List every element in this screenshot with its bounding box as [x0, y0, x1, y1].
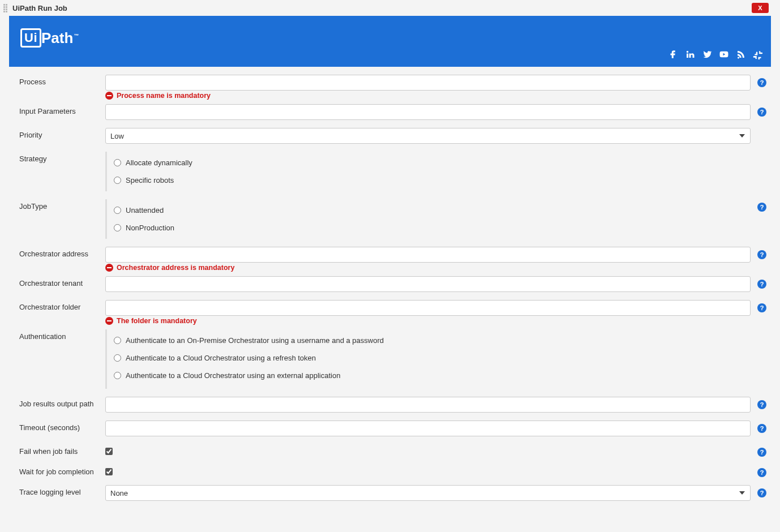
error-icon: [105, 317, 113, 325]
results-path-input[interactable]: [105, 397, 751, 413]
auth-option-external[interactable]: Authenticate to a Cloud Orchestrator usi…: [126, 371, 340, 380]
input-params-input[interactable]: [105, 104, 751, 120]
fail-label: Fail when job fails: [19, 444, 105, 456]
fail-checkbox[interactable]: [105, 448, 113, 455]
strategy-option-dynamic[interactable]: Allocate dynamically: [126, 158, 192, 167]
error-icon: [105, 92, 113, 100]
auth-radio-refresh[interactable]: [114, 354, 121, 362]
logo-text: Path™: [41, 29, 79, 47]
trace-select[interactable]: None: [105, 485, 751, 501]
orch-address-error: Orchestrator address is mandatory: [105, 264, 771, 272]
jobtype-label: JobType: [19, 199, 105, 211]
uipath-logo: Ui Path™: [20, 28, 79, 48]
strategy-radio-specific[interactable]: [114, 177, 121, 184]
error-icon: [105, 264, 113, 272]
drag-handle-icon[interactable]: [3, 4, 9, 12]
social-icons: [668, 49, 763, 61]
process-label: Process: [19, 75, 105, 86]
strategy-label: Strategy: [19, 152, 105, 163]
twitter-icon[interactable]: [702, 49, 712, 61]
window-title: UiPath Run Job: [12, 4, 67, 12]
jobtype-radio-unattended[interactable]: [114, 207, 121, 214]
wait-label: Wait for job completion: [19, 465, 105, 476]
help-icon[interactable]: ?: [757, 203, 766, 212]
jobtype-option-nonprod[interactable]: NonProduction: [126, 224, 174, 232]
help-icon[interactable]: ?: [757, 468, 766, 477]
linkedin-icon[interactable]: [685, 49, 695, 61]
close-button[interactable]: X: [752, 3, 769, 13]
orch-folder-error: The folder is mandatory: [105, 317, 771, 325]
orch-tenant-label: Orchestrator tenant: [19, 276, 105, 288]
strategy-radio-dynamic[interactable]: [114, 159, 121, 166]
process-input[interactable]: [105, 75, 751, 91]
youtube-icon[interactable]: [719, 49, 729, 61]
jobtype-radio-nonprod[interactable]: [114, 224, 121, 231]
strategy-option-specific[interactable]: Specific robots: [126, 176, 174, 185]
timeout-label: Timeout (seconds): [19, 421, 105, 432]
help-icon[interactable]: ?: [757, 108, 766, 117]
trace-label: Trace logging level: [19, 485, 105, 496]
timeout-input[interactable]: [105, 421, 751, 436]
orch-tenant-input[interactable]: [105, 276, 751, 292]
orch-folder-label: Orchestrator folder: [19, 300, 105, 311]
jobtype-option-unattended[interactable]: Unattended: [126, 206, 164, 214]
auth-label: Authentication: [19, 329, 105, 341]
priority-select[interactable]: Low: [105, 128, 751, 144]
logo-box: Ui: [20, 28, 41, 48]
facebook-icon[interactable]: [668, 49, 678, 61]
auth-option-onprem[interactable]: Authenticate to an On-Premise Orchestrat…: [126, 336, 384, 345]
auth-radio-onprem[interactable]: [114, 337, 121, 344]
input-params-label: Input Parameters: [19, 104, 105, 115]
banner: Ui Path™: [9, 16, 771, 67]
help-icon[interactable]: ?: [757, 280, 766, 289]
help-icon[interactable]: ?: [757, 424, 766, 433]
auth-option-refresh[interactable]: Authenticate to a Cloud Orchestrator usi…: [126, 354, 316, 362]
orch-address-label: Orchestrator address: [19, 247, 105, 258]
orch-address-input[interactable]: [105, 247, 751, 263]
help-icon[interactable]: ?: [757, 488, 766, 497]
results-path-label: Job results output path: [19, 397, 105, 408]
help-icon[interactable]: ?: [757, 448, 766, 457]
wait-checkbox[interactable]: [105, 468, 113, 475]
auth-radio-external[interactable]: [114, 372, 121, 379]
priority-label: Priority: [19, 128, 105, 139]
title-bar: UiPath Run Job X: [0, 0, 780, 16]
help-icon[interactable]: ?: [757, 400, 766, 409]
help-icon[interactable]: ?: [757, 78, 766, 87]
help-icon[interactable]: ?: [757, 303, 766, 312]
orch-folder-input[interactable]: [105, 300, 751, 316]
help-icon[interactable]: ?: [757, 250, 766, 259]
rss-icon[interactable]: [736, 49, 746, 61]
process-error: Process name is mandatory: [105, 92, 771, 100]
slack-icon[interactable]: [753, 49, 763, 61]
